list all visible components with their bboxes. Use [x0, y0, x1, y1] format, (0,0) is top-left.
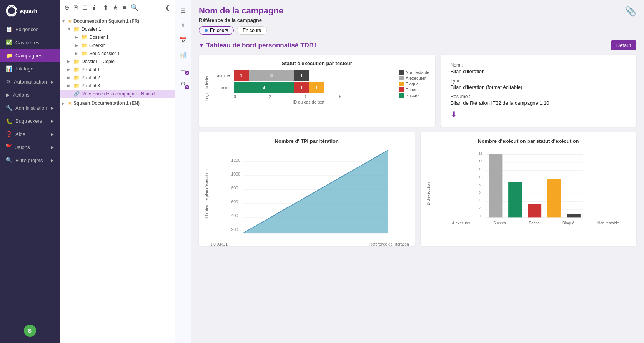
tree-collapse-button[interactable]: ❮ [164, 3, 171, 12]
sidebar-item-actions[interactable]: ▶ Actions [0, 88, 60, 101]
chart-execution-by-status: Nombre d'exécution par statut d'exécutio… [421, 132, 637, 246]
icon-panel-list-button[interactable]: ☰5 [176, 62, 190, 75]
sidebar-item-label: Bugtrackers [15, 118, 42, 124]
main-content: Nom de la campagne Référence de la campa… [191, 0, 644, 343]
icon-panel-calendar-button[interactable]: 📅 [176, 33, 190, 46]
expander-icon: ▶ [67, 75, 73, 80]
tree-add-button[interactable]: ⊕ [63, 3, 70, 12]
chart3-title: Nombre d'exécution par statut d'exécutio… [426, 138, 631, 144]
sidebar-item-bugtrackers[interactable]: 🐛 Bugtrackers ▶ [0, 114, 60, 127]
sidebar-item-label: Jalons [15, 144, 30, 150]
tree-node-dossier-1-copie1[interactable]: ▶ 📁 Dossier 1-Copie1 [60, 57, 175, 65]
pilotage-icon: 📊 [6, 65, 12, 72]
svg-text:16: 16 [479, 152, 483, 156]
expander-icon: ▶ [67, 59, 73, 64]
download-button[interactable]: ⬇ [451, 110, 627, 119]
icon-panel-info-button[interactable]: ℹ [176, 18, 190, 32]
sidebar-item-label: Administration [15, 105, 47, 111]
tree-node-squash-doc-en[interactable]: ▶ ★ Squash Documentation 1 (EN) [60, 99, 175, 107]
chevron-icon: ▶ [51, 132, 54, 136]
sidebar-item-automatisation[interactable]: ⚙ Automatisation ▶ [0, 75, 60, 88]
sidebar-item-administration[interactable]: 🔧 Administration ▶ [0, 101, 60, 114]
sidebar-item-cas-de-test[interactable]: ✅ Cas de test [0, 36, 60, 49]
expander-icon: ▶ [75, 35, 81, 39]
cas-de-test-icon: ✅ [6, 39, 12, 45]
status-plain-label: En cours [243, 28, 261, 33]
sidebar-item-aide[interactable]: ❓ Aide ▶ [0, 127, 60, 141]
nom-value: Bilan d'itération [451, 69, 627, 74]
chevron-icon: ▶ [51, 158, 54, 162]
collapse-icon[interactable]: ▼ [199, 42, 204, 49]
sidebar-item-label: Filtre projets [15, 157, 43, 163]
bar-x-label: À exécuter [452, 221, 470, 225]
jalons-icon: 🚩 [6, 144, 12, 150]
filtre-projets-icon: 🔍 [6, 157, 12, 163]
tree-search-button[interactable]: 🔍 [130, 3, 139, 12]
bar-seg-echec: 1 [234, 70, 249, 81]
svg-text:11: 11 [552, 175, 556, 179]
tree-node-sous-dossier-1[interactable]: ▶ 📁 Sous-dossier 1 [60, 49, 175, 57]
svg-text:4: 4 [533, 199, 535, 203]
sidebar-item-filtre-projets[interactable]: 🔍 Filtre projets ▶ [0, 154, 60, 167]
sidebar-item-label: Actions [13, 92, 30, 98]
svg-text:squash: squash [19, 8, 37, 14]
sidebar-item-label: Automatisation [14, 79, 47, 85]
tree-node-doc-squash-fr[interactable]: ▼ ★ Documentation Squash 1 (FR) [60, 17, 175, 25]
svg-rect-39 [508, 182, 522, 218]
legend-item: À exécuter [399, 76, 429, 80]
tree-panel: ⊕ ⎘ ☐ 🗑 ⬆ ★ ≡ 🔍 ❮ ▼ ★ Documentation Squa… [60, 0, 175, 343]
legend-item: Non testable [399, 70, 429, 75]
tree-export-button[interactable]: ⬆ [102, 3, 109, 12]
bar-label: adminell [210, 74, 231, 78]
execution-chart-svg: 0 2 4 6 8 10 12 14 16 18 [432, 148, 631, 219]
legend-item: Succès [399, 93, 429, 98]
status-pill-active[interactable]: En cours [199, 26, 234, 35]
icon-panel-grid-button[interactable]: ⊞ [176, 4, 190, 17]
icon-panel-settings-button[interactable]: ⚙5 [176, 77, 190, 90]
attachment-button[interactable]: 📎 [625, 6, 636, 17]
chevron-icon: ▶ [51, 106, 54, 110]
sidebar-item-jalons[interactable]: 🚩 Jalons ▶ [0, 141, 60, 154]
sidebar-nav: 📋 Exigences ✅ Cas de test 📁 Campagnes 📊 … [0, 23, 60, 318]
chart1-x-axis: ID du cas de test [210, 100, 395, 104]
sidebar-item-pilotage[interactable]: 📊 Pilotage [0, 62, 60, 75]
tree-delete-button[interactable]: 🗑 [92, 3, 99, 12]
tree-node-produit-1[interactable]: ▶ 📁 Produit 1 [60, 65, 175, 74]
tree-node-gherkin[interactable]: ▶ 📁 Gherkin [60, 41, 175, 49]
resume-value: Bilan de l'itération IT32 de la campagne… [451, 100, 627, 106]
tree-node-produit-3[interactable]: ▶ 📁 Produit 3 [60, 82, 175, 90]
expander-icon: ▶ [75, 51, 81, 55]
x-tick: 0 [234, 95, 236, 99]
status-pill-plain[interactable]: En cours [237, 26, 266, 35]
status-pills: En cours En cours [199, 26, 283, 35]
star-icon: ★ [68, 18, 72, 24]
sidebar-item-label: Cas de test [15, 40, 41, 45]
tree-node-ref-campagne[interactable]: 🔗 Référence de la campagne - Nom d... [60, 90, 175, 98]
tree-folder-button[interactable]: ☐ [82, 3, 88, 12]
itpi-chart-svg: 200 400 600 800 1000 1200 [210, 148, 409, 240]
tree-star-button[interactable]: ★ [112, 3, 119, 12]
tree-list-button[interactable]: ≡ [122, 3, 127, 12]
user-avatar[interactable]: S [24, 325, 36, 337]
bar-row-admin: admin 4 1 1 [210, 82, 395, 93]
default-button[interactable]: Défaut [611, 40, 636, 50]
logo[interactable]: squash [0, 0, 60, 23]
tree-copy-button[interactable]: ⎘ [73, 3, 78, 12]
icon-panel-chart-button[interactable]: 📊 [176, 48, 190, 61]
legend-item: Echec [399, 87, 429, 92]
actions-icon: ▶ [6, 92, 10, 98]
sidebar: squash 📋 Exigences ✅ Cas de test 📁 Campa… [0, 0, 60, 343]
svg-text:1: 1 [573, 210, 575, 214]
svg-text:10: 10 [513, 178, 517, 182]
chart1-title: Statut d'exécution par testeur [205, 60, 429, 66]
tree-node-dossier-1[interactable]: ▼ 📁 Dossier 1 [60, 25, 175, 33]
sidebar-item-exigences[interactable]: 📋 Exigences [0, 23, 60, 36]
tree-node-dossier-1-1[interactable]: ▶ 📁 Dossier 1 [60, 33, 175, 41]
bar-seg-executer: 3 [249, 70, 294, 81]
bar-x-label: Succès [493, 221, 506, 225]
sidebar-item-label: Campagnes [15, 53, 42, 59]
tree-node-produit-2[interactable]: ▶ 📁 Produit 2 [60, 74, 175, 82]
sidebar-item-campagnes[interactable]: 📁 Campagnes [0, 49, 60, 62]
resume-label: Résumé : [451, 94, 627, 99]
automatisation-icon: ⚙ [6, 79, 11, 85]
